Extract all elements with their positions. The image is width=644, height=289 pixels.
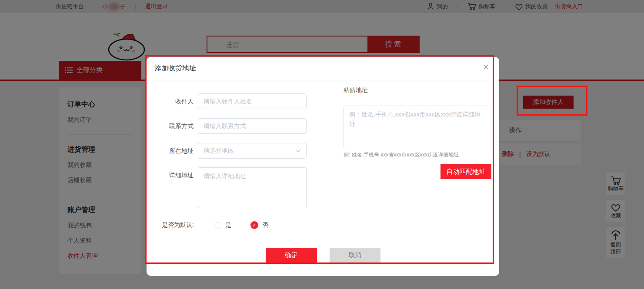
radio-yes-unchecked[interactable] — [215, 222, 221, 229]
check-icon: ✓ — [252, 223, 256, 228]
contact-label: 联系方式 — [147, 118, 194, 134]
contact-input[interactable] — [198, 118, 307, 134]
paste-helper-text: 例: 姓名,手机号,xxx省xxx市xxx区xxx街道详细地址 — [344, 151, 496, 159]
recipient-label: 收件人 — [147, 93, 194, 109]
confirm-button[interactable]: 确定 — [266, 248, 317, 263]
chevron-down-icon — [296, 149, 301, 153]
radio-no-checked[interactable]: ✓ — [250, 221, 258, 229]
default-label: 是否为默认: — [162, 221, 194, 229]
detail-address-label: 详细地址 — [147, 167, 194, 183]
close-icon[interactable]: ✕ — [483, 64, 489, 71]
paste-address-textarea[interactable] — [344, 106, 491, 148]
divider — [325, 91, 325, 205]
region-label: 所在地址 — [147, 143, 194, 159]
default-option-row: 是否为默认: 是 ✓ 否 — [162, 220, 268, 230]
region-select[interactable]: 请选择地区 — [198, 143, 307, 159]
auto-match-button[interactable]: 自动匹配地址 — [440, 164, 491, 179]
radio-yes-label[interactable]: 是 — [225, 221, 231, 229]
detail-address-textarea[interactable] — [198, 167, 307, 208]
radio-no-label[interactable]: 否 — [262, 221, 268, 229]
recipient-input[interactable] — [198, 93, 307, 109]
paste-address-label: 粘贴地址 — [344, 86, 368, 94]
add-address-modal: 添加收货地址 ✕ 收件人 联系方式 所在地址 请选择地区 详细地址 粘贴地址 例… — [147, 57, 499, 276]
cancel-button[interactable]: 取消 — [330, 248, 380, 263]
modal-header: 添加收货地址 ✕ — [147, 57, 499, 80]
modal-title: 添加收货地址 — [154, 64, 196, 73]
